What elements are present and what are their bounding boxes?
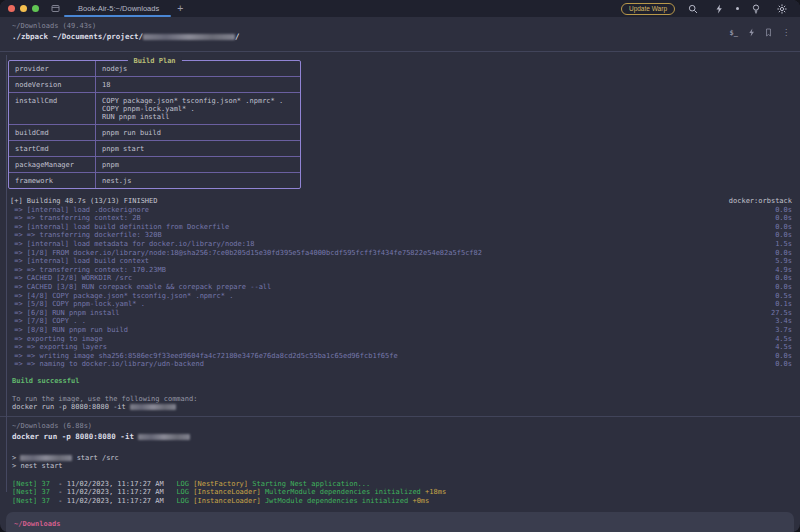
redacted-image-name — [138, 434, 190, 440]
command-suffix: / — [235, 32, 240, 41]
current-prompt-block[interactable]: ~/Downloads — [6, 512, 794, 532]
text-segment: Build successful — [12, 377, 79, 385]
terminal-line: Build successful — [12, 377, 792, 386]
text-segment: [Nest] 37 — [12, 497, 50, 505]
terminal-line: [Nest] 37 - 11/02/2023, 11:17:27 AM LOG … — [12, 488, 792, 497]
prompt-path: ~/Downloads — [14, 520, 60, 528]
log-duration: 0.0s — [775, 231, 792, 240]
terminal-tab[interactable]: .Book-Air-5:~/Downloads — [64, 0, 171, 17]
terminal-line: => => transferring context: 2B0.0s — [10, 214, 792, 223]
log-text: => [6/8] RUN pnpm install — [10, 309, 120, 318]
terminal-line: To run the image, use the following comm… — [12, 395, 792, 404]
terminal-line: => [8/8] RUN pnpm run build3.7s — [10, 326, 792, 335]
text-segment: +0ms — [408, 497, 429, 505]
log-duration: 1.5s — [775, 240, 792, 249]
notification-dot-icon — [736, 7, 739, 10]
plan-value: pnpm run build — [95, 125, 300, 140]
log-text: [+] Building 48.7s (13/13) FINISHED — [10, 197, 158, 206]
text-segment: start /src — [72, 454, 118, 462]
nest-app-output: > start /src> nest start[Nest] 37 - 11/0… — [12, 454, 792, 506]
bookmarks-panel-icon[interactable] — [51, 4, 60, 13]
log-duration: 0.0s — [775, 352, 792, 361]
log-duration: 0.0s — [775, 206, 792, 215]
block-action-buttons: $_ ⋮ — [730, 28, 790, 37]
zoom-window-button[interactable] — [32, 5, 39, 12]
block1-path-duration: ~/Downloads (49.43s) — [12, 22, 800, 31]
prompt-dollar-icon[interactable]: $_ — [730, 29, 738, 37]
log-text: => => naming to docker.io/library/udn-ba… — [10, 360, 204, 369]
block1-path: ~/Downloads — [12, 22, 58, 30]
log-duration: docker:orbstack — [729, 197, 792, 206]
plan-value: pnpm start — [95, 141, 300, 156]
build-plan-row: packageManagerpnpm — [9, 157, 300, 173]
tab-title: .Book-Air-5:~/Downloads — [76, 4, 159, 13]
text-segment: LOG — [164, 480, 194, 488]
terminal-content: ~/Downloads (49.43s) ./zbpack ~/Document… — [0, 17, 800, 532]
bookmark-icon[interactable] — [765, 28, 772, 37]
log-text: => CACHED [2/8] WORKDIR /src — [10, 274, 132, 283]
log-duration: 4.5s — [775, 335, 792, 344]
terminal-line: => [5/8] COPY pnpm-lock.yaml* .0.1s — [10, 300, 792, 309]
new-tab-button[interactable]: + — [177, 4, 183, 14]
log-text: => [8/8] RUN pnpm run build — [10, 326, 128, 335]
log-text: => => transferring context: 170.23MB — [10, 266, 166, 275]
update-warp-button[interactable]: Update Warp — [621, 3, 675, 15]
log-duration: 4.5s — [775, 343, 792, 352]
plan-key: buildCmd — [9, 125, 95, 140]
plan-key: installCmd — [9, 93, 95, 124]
tips-bulb-icon[interactable] — [752, 4, 760, 14]
log-text: => [5/8] COPY pnpm-lock.yaml* . — [10, 300, 145, 309]
log-text: => [1/8] FROM docker.io/library/node:18@… — [10, 249, 482, 258]
plan-value: nodejs — [95, 61, 300, 76]
build-plan-rows: providernodejsnodeVersion18installCmdCOP… — [9, 61, 300, 188]
log-duration: 0.5s — [775, 292, 792, 301]
log-duration: 5.9s — [775, 257, 792, 266]
redacted-text — [130, 404, 176, 410]
terminal-line: [+] Building 48.7s (13/13) FINISHEDdocke… — [10, 197, 792, 206]
block-ai-lightning-icon[interactable] — [748, 28, 755, 37]
terminal-line: => [6/8] RUN pnpm install27.5s — [10, 309, 792, 318]
terminal-line: docker run -p 8080:8080 -it — [12, 403, 792, 412]
text-segment: docker run -p 8080:8080 -it — [12, 403, 130, 411]
text-segment: [InstanceLoader] — [193, 497, 265, 505]
command-text: ./zbpack ~/Documents/project/ — [12, 32, 143, 41]
terminal-line: > nest start — [12, 462, 792, 471]
log-text: => [4/8] COPY package.json* tsconfig.jso… — [10, 292, 233, 301]
tab-bar: .Book-Air-5:~/Downloads + Update Warp — [0, 0, 800, 17]
search-icon[interactable] — [688, 4, 698, 14]
minimize-window-button[interactable] — [20, 5, 27, 12]
terminal-line: => [1/8] FROM docker.io/library/node:18@… — [10, 249, 792, 258]
log-text: => [internal] load build definition from… — [10, 223, 229, 232]
settings-gear-icon[interactable] — [777, 4, 787, 14]
log-text: => CACHED [3/8] RUN corepack enable && c… — [10, 283, 271, 292]
text-segment: [Nest] 37 — [12, 488, 50, 496]
terminal-line: => => writing image sha256:8586ec9f33eed… — [10, 352, 792, 361]
terminal-line: => [7/8] COPY . .3.4s — [10, 317, 792, 326]
build-plan-table: Build Plan providernodejsnodeVersion18in… — [8, 60, 301, 189]
text-segment: - 11/02/2023, 11:17:27 AM — [50, 488, 164, 496]
build-plan-row: installCmdCOPY package.json* tsconfig.js… — [9, 93, 300, 125]
terminal-line: => [internal] load .dockerignore0.0s — [10, 206, 792, 215]
plan-value: pnpm — [95, 157, 300, 172]
terminal-line: [Nest] 37 - 11/02/2023, 11:17:27 AM LOG … — [12, 480, 792, 489]
docker-build-log: [+] Building 48.7s (13/13) FINISHEDdocke… — [10, 197, 792, 369]
warp-terminal-window: .Book-Air-5:~/Downloads + Update Warp — [0, 0, 800, 532]
log-duration: 0.0s — [775, 283, 792, 292]
terminal-line: => [internal] load metadata for docker.i… — [10, 240, 792, 249]
close-window-button[interactable] — [8, 5, 15, 12]
terminal-line: => => transferring dockerfile: 320B0.0s — [10, 231, 792, 240]
block1-command[interactable]: ./zbpack ~/Documents/project// — [12, 31, 800, 42]
text-segment: [InstanceLoader] — [193, 488, 265, 496]
plan-value: 18 — [95, 77, 300, 92]
log-text: => => transferring dockerfile: 320B — [10, 231, 162, 240]
redacted-project-name — [143, 34, 235, 40]
block2-command[interactable]: docker run -p 8080:8080 -it — [12, 431, 800, 442]
text-segment: > nest start — [12, 462, 63, 470]
text-segment: [NestFactory] — [193, 480, 252, 488]
ai-lightning-icon[interactable] — [715, 4, 723, 14]
block2-duration: (6.88s) — [63, 422, 93, 430]
block-menu-dots-icon[interactable]: ⋮ — [782, 29, 790, 37]
tabbar-actions: Update Warp — [621, 3, 800, 15]
plan-key: packageManager — [9, 157, 95, 172]
build-plan-row: startCmdpnpm start — [9, 141, 300, 157]
